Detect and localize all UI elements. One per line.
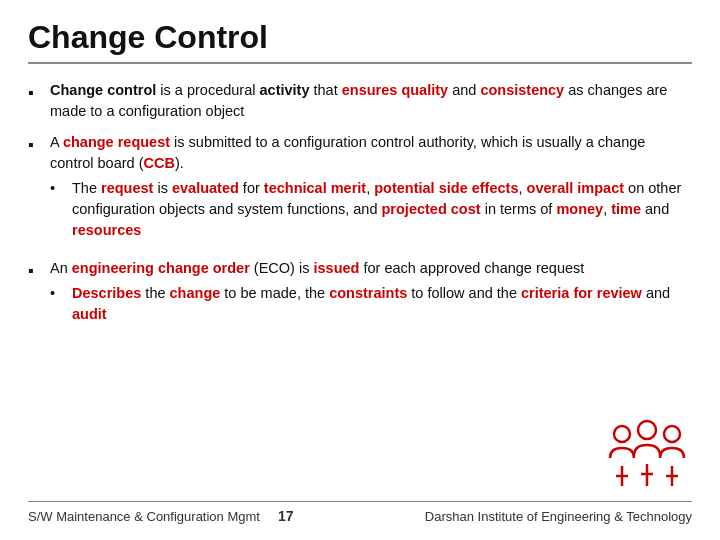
main-list-item-item1: ▪Change control is a procedural activity…: [28, 80, 692, 122]
main-list: ▪Change control is a procedural activity…: [28, 80, 692, 330]
footer-course: S/W Maintenance & Configuration Mgmt: [28, 509, 260, 524]
sub-item-text-sub3a: Describes the change to be made, the con…: [72, 283, 692, 325]
sub-bullet-icon: •: [50, 178, 68, 199]
logo-area: [602, 416, 692, 496]
institute-logo: [602, 416, 692, 496]
svg-point-0: [614, 426, 630, 442]
svg-point-1: [638, 421, 656, 439]
svg-point-2: [664, 426, 680, 442]
bullet-icon: ▪: [28, 81, 44, 104]
footer: S/W Maintenance & Configuration Mgmt 17 …: [28, 501, 692, 524]
bullet-icon: ▪: [28, 259, 44, 282]
footer-left: S/W Maintenance & Configuration Mgmt 17: [28, 508, 294, 524]
slide-title: Change Control: [28, 18, 692, 64]
sub-list-item-sub2a: •The request is evaluated for technical …: [50, 178, 692, 241]
sub-item-text-sub2a: The request is evaluated for technical m…: [72, 178, 692, 241]
main-list-item-item3: ▪An engineering change order (ECO) is is…: [28, 258, 692, 331]
item-text-item2: A change request is submitted to a confi…: [50, 132, 692, 247]
slide-content: ▪Change control is a procedural activity…: [28, 70, 692, 501]
slide: Change Control ▪Change control is a proc…: [0, 0, 720, 540]
sub-bullet-icon: •: [50, 283, 68, 304]
item-text-item1: Change control is a procedural activity …: [50, 80, 692, 122]
main-list-item-item2: ▪A change request is submitted to a conf…: [28, 132, 692, 247]
footer-institute: Darshan Institute of Engineering & Techn…: [425, 509, 692, 524]
sub-list-item-sub3a: •Describes the change to be made, the co…: [50, 283, 692, 325]
bullet-icon: ▪: [28, 133, 44, 156]
item-text-item3: An engineering change order (ECO) is iss…: [50, 258, 692, 331]
footer-page: 17: [278, 508, 294, 524]
